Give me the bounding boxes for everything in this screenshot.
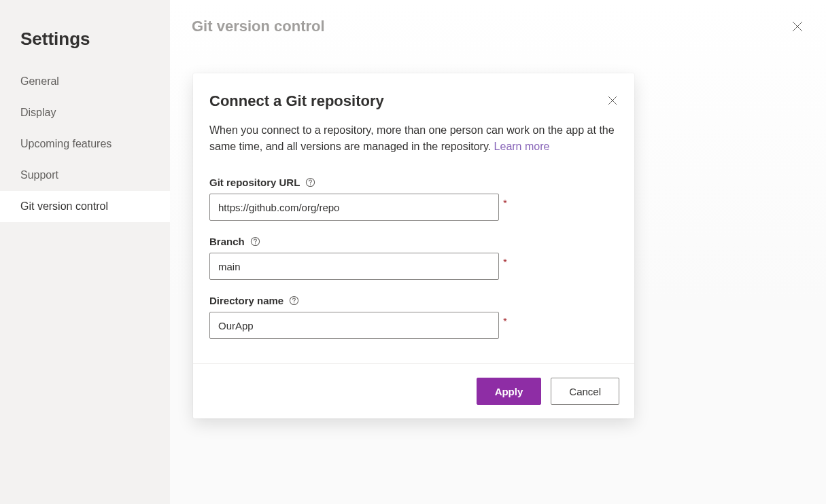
repo-url-input[interactable] <box>209 194 499 221</box>
sidebar-item-upcoming-features[interactable]: Upcoming features <box>0 128 170 160</box>
branch-label: Branch <box>209 236 245 247</box>
field-label-row: Directory name <box>209 295 618 306</box>
dialog-close-button[interactable] <box>607 95 618 106</box>
repo-url-label: Git repository URL <box>209 177 300 188</box>
settings-sidebar: Settings General Display Upcoming featur… <box>0 0 170 504</box>
input-row: * <box>209 194 618 221</box>
required-marker: * <box>503 198 507 208</box>
required-marker: * <box>503 257 507 267</box>
directory-label: Directory name <box>209 295 283 306</box>
field-label-row: Branch <box>209 236 618 247</box>
main-header: Git version control <box>170 0 826 35</box>
dialog-footer: Apply Cancel <box>193 363 634 418</box>
sidebar-item-label: Display <box>20 107 56 118</box>
close-icon <box>791 20 804 33</box>
sidebar-title: Settings <box>0 29 170 66</box>
learn-more-link[interactable]: Learn more <box>494 141 550 152</box>
help-icon[interactable] <box>250 236 260 247</box>
help-icon[interactable] <box>305 177 315 187</box>
sidebar-item-support[interactable]: Support <box>0 160 170 191</box>
dialog-body: Connect a Git repository When you connec… <box>193 73 634 363</box>
question-circle-icon <box>289 295 299 306</box>
sidebar-item-label: General <box>20 75 59 87</box>
sidebar-item-label: Upcoming features <box>20 138 111 149</box>
svg-point-5 <box>310 184 311 185</box>
question-circle-icon <box>305 177 315 187</box>
directory-input[interactable] <box>209 312 499 339</box>
sidebar-item-display[interactable]: Display <box>0 97 170 128</box>
field-group-directory: Directory name * <box>209 295 618 339</box>
svg-point-7 <box>255 243 256 244</box>
branch-input[interactable] <box>209 253 499 280</box>
dialog-title: Connect a Git repository <box>209 92 384 110</box>
sidebar-item-label: Support <box>20 169 58 181</box>
field-group-branch: Branch * <box>209 236 618 280</box>
close-panel-button[interactable] <box>791 20 804 33</box>
field-group-repo-url: Git repository URL * <box>209 177 618 221</box>
required-marker: * <box>503 316 507 326</box>
dialog-header: Connect a Git repository <box>209 92 618 110</box>
close-icon <box>607 95 618 106</box>
field-label-row: Git repository URL <box>209 177 618 188</box>
dialog-description-text: When you connect to a repository, more t… <box>209 124 615 152</box>
question-circle-icon <box>250 236 260 247</box>
input-row: * <box>209 312 618 339</box>
dialog-description: When you connect to a repository, more t… <box>209 122 618 155</box>
cancel-button[interactable]: Cancel <box>551 378 619 405</box>
input-row: * <box>209 253 618 280</box>
connect-git-dialog: Connect a Git repository When you connec… <box>193 73 634 418</box>
svg-point-9 <box>294 302 294 303</box>
sidebar-item-general[interactable]: General <box>0 66 170 97</box>
apply-button[interactable]: Apply <box>477 378 542 405</box>
sidebar-item-label: Git version control <box>20 200 108 212</box>
help-icon[interactable] <box>289 295 299 306</box>
sidebar-item-git-version-control[interactable]: Git version control <box>0 191 170 222</box>
page-title: Git version control <box>192 18 325 35</box>
